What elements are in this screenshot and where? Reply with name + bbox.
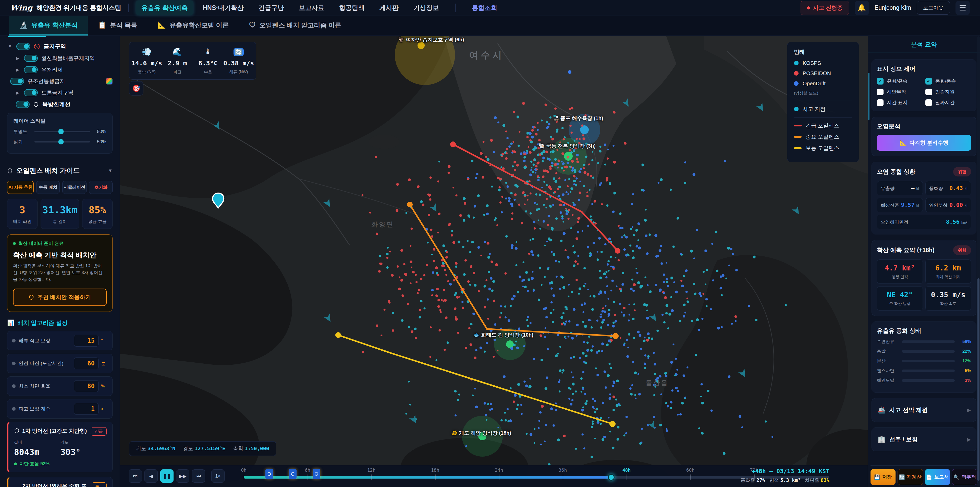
fence-deploy-marker-1[interactable] bbox=[266, 469, 273, 479]
skip-start-button[interactable]: ⏮ bbox=[129, 469, 142, 483]
layer-toggle-drone-ban[interactable] bbox=[24, 89, 38, 96]
stat-value: — bbox=[911, 185, 915, 191]
checkbox-wind-dir[interactable]: ✓풍향/풍속 bbox=[925, 78, 971, 85]
slider-knob[interactable] bbox=[59, 129, 64, 134]
defense-line-card-2[interactable]: 2차 방어선 (외해용 중형 포위망) 중요 길이11180m 각도303° 차… bbox=[7, 477, 113, 487]
hamburger-menu-button[interactable] bbox=[956, 1, 970, 15]
panel-scrollbar-thumb[interactable] bbox=[868, 73, 870, 120]
playback-controls: ⏮ ◀ ❚❚ ▶▶ ⏭ 1× bbox=[129, 469, 224, 483]
nav-item-hns[interactable]: HNS·대기확산 bbox=[197, 0, 249, 15]
marker-beach[interactable]: 🏖 종포 해수욕장 (1h) bbox=[554, 115, 603, 122]
bar-value: 22% bbox=[958, 349, 971, 354]
stat-label: 유출량 bbox=[881, 185, 894, 192]
defense-line-card-1[interactable]: 1차 방어선 (고강도 차단형) 긴급 길이8043m 각도303° 차단 효율… bbox=[7, 422, 113, 472]
nav-item-rescue[interactable]: 긴급구난 bbox=[253, 0, 290, 15]
speed-button[interactable]: 1× bbox=[211, 469, 224, 483]
tab-model-theory[interactable]: 📐유출유확산모델 이론 bbox=[148, 16, 239, 35]
brightness-slider[interactable] bbox=[35, 141, 90, 142]
marker-coastal-farm[interactable]: 🐠 개도 해안 양식장 (18h) bbox=[451, 430, 511, 436]
pause-button[interactable]: ❚❚ bbox=[160, 469, 173, 483]
timeline-tick-line bbox=[435, 474, 436, 480]
nav-item-reports[interactable]: 보고자료 bbox=[293, 0, 330, 15]
scrollbar-thumb[interactable] bbox=[977, 278, 980, 481]
layer-toggle-restricted-zone[interactable] bbox=[16, 43, 30, 50]
timeline-handle[interactable] bbox=[608, 474, 614, 481]
notification-bell-button[interactable]: 🔔 bbox=[855, 1, 869, 15]
checkbox-time[interactable]: 시간 표시 bbox=[877, 99, 923, 106]
checkbox-icon: ✓ bbox=[877, 78, 883, 85]
skip-end-button[interactable]: ⏭ bbox=[192, 469, 205, 483]
bar-label: 수면잔류 bbox=[877, 339, 898, 345]
layer-color-swatch[interactable] bbox=[106, 78, 113, 85]
vessel-spec-section[interactable]: 🚢 사고 선박 제원 ▶ bbox=[872, 398, 977, 422]
tab-diffusion-analysis[interactable]: 🔬유출유 확산분석 bbox=[9, 16, 88, 35]
place-label-yeosu: 여수시 bbox=[469, 49, 504, 62]
slider-knob[interactable] bbox=[59, 139, 64, 145]
shield-outline-icon bbox=[14, 428, 20, 434]
mode-manual-button[interactable]: 수동 배치 bbox=[36, 181, 60, 194]
setting-min-block-efficiency: 최소 차단 효율 80 % bbox=[7, 377, 113, 396]
layer-toggle-tanker-ban[interactable] bbox=[10, 78, 24, 85]
map-canvas[interactable]: 여수시 화양면 돌산읍 🦅 여자만 습지보호구역 (6h) 🏖 종포 해수욕장 … bbox=[120, 36, 868, 487]
nav-item-weather-info[interactable]: 기상정보 bbox=[408, 0, 445, 15]
shield-outline-icon bbox=[29, 294, 34, 300]
layer-label: 금지구역 bbox=[44, 43, 66, 50]
nav-item-board[interactable]: 게시판 bbox=[374, 0, 404, 15]
target-tool-button[interactable]: 🎯 bbox=[129, 81, 143, 96]
setting-input[interactable]: 80 bbox=[74, 380, 99, 392]
setting-input[interactable]: 15 bbox=[74, 335, 99, 346]
nav-item-air-search[interactable]: 항공탐색 bbox=[334, 0, 370, 15]
timeline-tick-label: 60h bbox=[686, 467, 695, 473]
backtrack-button[interactable]: 🔍역추적 bbox=[952, 469, 977, 485]
incident-status-badge[interactable]: 사고 진행중 bbox=[800, 1, 849, 15]
checkbox-shoreline[interactable]: 해안부착 bbox=[877, 89, 923, 95]
collapse-caret-icon[interactable]: ▼ bbox=[7, 44, 13, 49]
bar-dispersion: 분산12% bbox=[877, 358, 971, 364]
setting-input[interactable]: 1 bbox=[74, 403, 99, 415]
fast-forward-button[interactable]: ▶▶ bbox=[176, 469, 189, 483]
opacity-slider[interactable] bbox=[35, 131, 90, 132]
checkbox-current-dir[interactable]: ✓유향/유속 bbox=[877, 78, 923, 85]
layer-toggle-nll[interactable] bbox=[16, 101, 30, 108]
checkbox-icon bbox=[877, 99, 883, 106]
fence-deploy-marker-2[interactable] bbox=[289, 469, 297, 479]
marker-laver-farm[interactable]: 🐟 화태도 김 양식장 (10h) bbox=[473, 332, 533, 339]
marker-abalone-farm[interactable]: 🐚 국동 전복 양식장 (3h) bbox=[538, 142, 596, 149]
collapse-caret-icon[interactable]: ▼ bbox=[108, 168, 113, 173]
tab-fence-algorithm-theory[interactable]: 🛡오일펜스 배치 알고리즘 이론 bbox=[239, 16, 352, 35]
nav-item-oil-spill-forecast[interactable]: 유출유 확산예측 bbox=[136, 0, 193, 15]
expand-caret-icon[interactable]: ▶ bbox=[15, 90, 21, 96]
mode-ai-auto-button[interactable]: AI 자동 추천 bbox=[7, 181, 34, 194]
checkbox-sensitive[interactable]: 민감자원 bbox=[925, 89, 971, 95]
legend-label: POSEIDON bbox=[803, 70, 831, 77]
header-divider bbox=[128, 3, 129, 12]
sidebar-scroll-remnant bbox=[8, 36, 46, 37]
expand-caret-icon[interactable]: ▶ bbox=[15, 67, 21, 72]
report-button[interactable]: 📄보고서 bbox=[925, 469, 950, 485]
layer-row-drone-ban: ▶ 드론금지구역 bbox=[7, 89, 113, 96]
sidebar-scrollbar[interactable] bbox=[977, 36, 980, 487]
save-button[interactable]: 💾저장 bbox=[870, 469, 896, 485]
bar-label: 증발 bbox=[877, 348, 898, 354]
bar-evaporation: 증발22% bbox=[877, 348, 971, 354]
owner-insurance-section[interactable]: 🏢 선주 / 보험 ▶ bbox=[872, 428, 977, 451]
marker-wetland[interactable]: 🦅 여자만 습지보호구역 (6h) bbox=[398, 36, 464, 43]
mode-simulation-button[interactable]: 시뮬레이션 bbox=[62, 181, 86, 194]
fence-deploy-marker-3[interactable] bbox=[313, 469, 320, 479]
layer-toggle-sox-area[interactable] bbox=[24, 55, 38, 62]
apply-plan-button[interactable]: 추천 배치안 적용하기 bbox=[13, 289, 107, 306]
tab-analysis-list[interactable]: 📋분석 목록 bbox=[88, 16, 147, 35]
checkbox-datetime[interactable]: 날짜시간 bbox=[925, 99, 971, 106]
layer-toggle-dispersant[interactable] bbox=[24, 66, 38, 73]
logout-button[interactable]: 로그아웃 bbox=[917, 1, 950, 14]
nav-item-integrated-search[interactable]: 통합조회 bbox=[466, 0, 503, 15]
mode-reset-button[interactable]: 초기화 bbox=[89, 181, 113, 194]
setting-input[interactable]: 60 bbox=[74, 358, 99, 369]
stat-value: 9.57 bbox=[901, 202, 915, 208]
expand-caret-icon[interactable]: ▶ bbox=[15, 56, 21, 61]
recalculate-label: 재계산 bbox=[907, 474, 921, 481]
polygon-analysis-button[interactable]: 📐다각형 분석수행 bbox=[877, 135, 971, 151]
recalculate-button[interactable]: 🔄재계산 bbox=[897, 469, 923, 485]
display-checkbox-grid: ✓유향/유속 ✓풍향/풍속 해안부착 민감자원 시간 표시 날짜시간 bbox=[877, 78, 971, 106]
step-back-button[interactable]: ◀ bbox=[145, 469, 158, 483]
